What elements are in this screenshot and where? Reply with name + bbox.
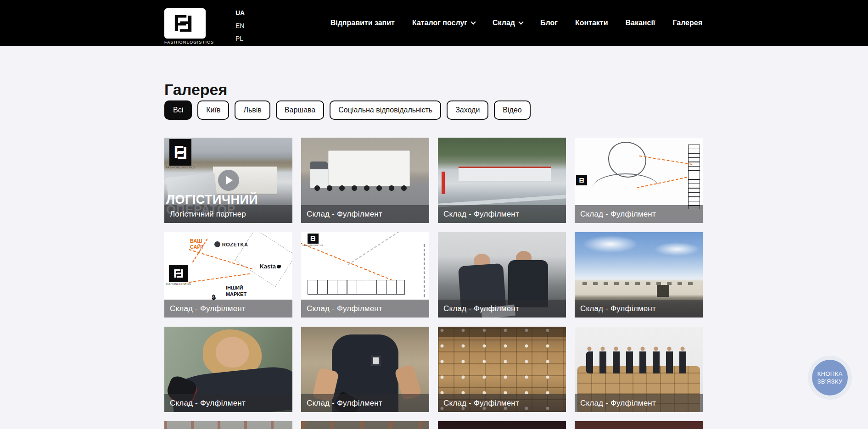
filter-button-4[interactable]: Соціальна відповідальність — [330, 100, 441, 120]
nav-item-3[interactable]: Блог — [540, 19, 558, 27]
lang-pl[interactable]: PL — [235, 35, 245, 42]
gallery-page: FF FASHIONLOGISTICS UAENPL Відправити за… — [0, 0, 868, 429]
tile-caption-bar: Склад - Фулфілмент — [438, 205, 566, 223]
gallery-tile[interactable]: Склад - Фулфілмент — [438, 138, 566, 223]
diagram-label-rozetka: ROZETKA — [214, 241, 248, 247]
tile-art-shape — [164, 421, 292, 429]
gallery-tile[interactable]: FFFASHIONLOGISTICSЛОГІСТИЧНИЙОПЕРАТОРЛог… — [164, 138, 292, 223]
tile-art-shape — [654, 242, 700, 256]
tile-art-shape — [459, 167, 551, 181]
tile-caption: Склад - Фулфілмент — [301, 210, 382, 219]
tile-caption: Логістичний партнер — [164, 210, 246, 219]
nav-item-label: Вакансії — [626, 19, 655, 27]
gallery-tile[interactable] — [164, 421, 292, 429]
diagram-label-other-market: ІНШИЙ МАРКЕТ — [226, 285, 261, 298]
nav-item-label: Контакти — [575, 19, 608, 27]
tile-art-shape — [371, 356, 381, 366]
gallery-tile[interactable] — [438, 421, 566, 429]
gallery-tile[interactable]: FFFASHIONLOGISTICSВАШ САЙТROZETKAKastaІН… — [164, 232, 292, 318]
gallery-tile[interactable]: FFСклад - Фулфілмент — [575, 138, 703, 223]
tile-caption-bar: Склад - Фулфілмент — [438, 300, 566, 318]
lang-ua[interactable]: UA — [235, 10, 245, 17]
chevron-down-icon — [518, 19, 523, 24]
gallery-tile[interactable] — [575, 421, 703, 429]
nav-item-5[interactable]: Вакансії — [626, 19, 655, 27]
fl-watermark-icon: FFFASHIONLOGISTICS — [166, 265, 191, 285]
fl-logo-icon: FF — [164, 8, 206, 39]
tile-caption: Склад - Фулфілмент — [575, 210, 656, 219]
gallery-tile[interactable]: Склад - Фулфілмент — [575, 327, 703, 412]
lang-en[interactable]: EN — [235, 22, 245, 29]
filter-button-0[interactable]: Всі — [164, 100, 192, 120]
nav-item-6[interactable]: Галерея — [672, 19, 702, 27]
tile-caption-bar: Склад - Фулфілмент — [301, 300, 429, 318]
site-header: FF FASHIONLOGISTICS UAENPL Відправити за… — [0, 0, 868, 46]
site-logo[interactable]: FF FASHIONLOGISTICS — [164, 8, 206, 45]
tile-caption-bar: Склад - Фулфілмент — [301, 394, 429, 412]
tile-caption: Склад - Фулфілмент — [575, 399, 656, 408]
diagram-label-your-site: ВАШ САЙТ — [190, 238, 214, 250]
fl-watermark-label: FASHIONLOGISTICS — [166, 283, 191, 285]
tile-art-shape — [301, 243, 392, 281]
filter-button-5[interactable]: Заходи — [447, 100, 488, 120]
rozetka-logo-icon — [214, 241, 220, 247]
tile-art-shape — [442, 172, 445, 194]
tile-art-shape — [688, 145, 700, 209]
fl-watermark-box: FF — [576, 175, 587, 185]
tile-art-shape — [586, 346, 691, 351]
gallery-tile[interactable]: Склад - Фулфілмент — [301, 138, 429, 223]
tile-caption-bar: Склад - Фулфілмент — [575, 205, 703, 223]
tile-art-shape — [586, 351, 691, 373]
tile-art-shape — [657, 285, 670, 297]
fl-watermark-box: FF — [308, 234, 319, 244]
gallery-tile[interactable]: Склад - Фулфілмент — [301, 327, 429, 412]
tile-art-shape — [235, 232, 292, 287]
filter-button-2[interactable]: Львів — [235, 100, 270, 120]
fl-watermark-label: FASHIONLOGISTICS — [302, 244, 323, 246]
filter-bar: ВсіКиївЛьвівВаршаваСоціальна відповідаль… — [164, 100, 531, 120]
tile-art-shape — [328, 150, 410, 186]
contact-button[interactable]: КНОПКА ЗВ'ЯЗКУ — [812, 360, 848, 396]
gallery-tile[interactable]: Склад - Фулфілмент — [438, 327, 566, 412]
gallery-tile[interactable]: Склад - Фулфілмент — [164, 327, 292, 412]
gallery-tile[interactable]: FFFASHIONLOGISTICSСклад - Фулфілмент — [301, 232, 429, 318]
nav-item-2[interactable]: Склад — [493, 19, 523, 27]
tile-caption-bar: Склад - Фулфілмент — [301, 205, 429, 223]
tile-art-shape — [593, 173, 659, 202]
tile-caption: Склад - Фулфілмент — [301, 399, 382, 408]
nav-item-1[interactable]: Каталог послуг — [412, 19, 475, 27]
gallery-tile[interactable]: Склад - Фулфілмент — [575, 232, 703, 318]
tile-art-shape — [301, 421, 429, 429]
tile-caption: Склад - Фулфілмент — [438, 399, 519, 408]
tile-art-shape — [639, 156, 692, 165]
fl-watermark-label: FASHIONLOGISTICS — [166, 166, 196, 169]
tile-art-shape — [348, 232, 411, 265]
tile-art-shape — [608, 142, 647, 178]
tile-caption: Склад - Фулфілмент — [164, 304, 246, 313]
nav-item-0[interactable]: Відправити запит — [330, 19, 395, 27]
play-icon — [218, 170, 239, 191]
language-switcher: UAENPL — [235, 10, 245, 42]
gallery-grid: FFFASHIONLOGISTICSЛОГІСТИЧНИЙОПЕРАТОРЛог… — [164, 138, 703, 429]
fl-watermark-icon: FF — [576, 175, 587, 185]
filter-button-1[interactable]: Київ — [197, 100, 229, 120]
tile-art-shape — [216, 337, 249, 368]
tile-caption-bar: Склад - Фулфілмент — [575, 300, 703, 318]
fl-watermark-icon: FFFASHIONLOGISTICS — [166, 139, 196, 169]
gallery-tile[interactable]: Склад - Фулфілмент — [438, 232, 566, 318]
tile-art-shape — [582, 282, 695, 285]
filter-button-6[interactable]: Відео — [494, 100, 530, 120]
nav-item-label: Галерея — [672, 19, 702, 27]
tile-caption-bar: Склад - Фулфілмент — [438, 394, 566, 412]
nav-item-label: Каталог послуг — [412, 19, 467, 27]
tile-art-shape — [189, 273, 250, 283]
filter-button-3[interactable]: Варшава — [276, 100, 324, 120]
contact-button-line2: ЗВ'ЯЗКУ — [817, 378, 842, 385]
nav-item-label: Блог — [540, 19, 558, 27]
tile-caption: Склад - Фулфілмент — [438, 210, 519, 219]
gallery-tile[interactable] — [301, 421, 429, 429]
tile-art-shape — [314, 185, 411, 191]
nav-item-4[interactable]: Контакти — [575, 19, 608, 27]
main-nav: Відправити запитКаталог послугСкладБлогК… — [330, 0, 702, 46]
rozetka-text: ROZETKA — [222, 242, 248, 247]
